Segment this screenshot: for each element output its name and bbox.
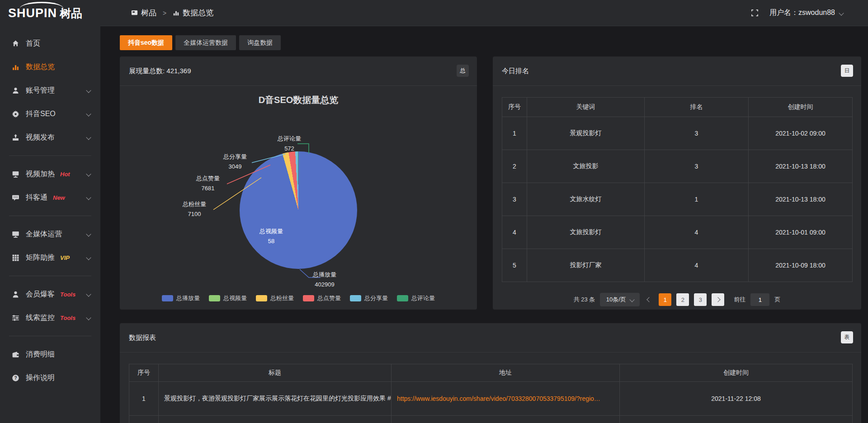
tab-media-operation-data[interactable]: 全媒体运营数据 (175, 35, 236, 50)
goto-page-input[interactable]: 1 (750, 293, 769, 306)
breadcrumb-root-label: 树品 (141, 8, 156, 18)
chat-icon (12, 194, 19, 202)
sidebar-item-data-overview[interactable]: 数据总览 (0, 55, 100, 79)
cell-url (392, 416, 620, 423)
tab-douyin-seo-data[interactable]: 抖音seo数据 (120, 35, 172, 50)
col-title: 标题 (159, 364, 392, 382)
sidebar-item-matrix-boost[interactable]: 矩阵助推 VIP (0, 246, 100, 269)
table-header-row: 序号 关键词 排名 创建时间 (502, 98, 853, 117)
bar-chart-icon (173, 9, 179, 16)
breadcrumb-root[interactable]: 树品 (131, 8, 156, 18)
cell-rank: 4 (645, 216, 749, 249)
legend-label: 总粉丝量 (270, 294, 294, 302)
chevron-down-icon (629, 297, 634, 302)
sidebar-item-home[interactable]: 首页 (0, 32, 100, 55)
sidebar-item-douyin-seo[interactable]: 抖音SEO (0, 102, 100, 126)
table-row: 5 投影灯厂家 4 2021-10-09 18:00 (502, 249, 853, 282)
sidebar-item-label: 数据总览 (26, 62, 55, 72)
cell-keyword: 景观投影灯 (527, 117, 645, 150)
pie-label-fans: 总粉丝量 7100 (163, 199, 226, 219)
page-button-3[interactable]: 3 (694, 293, 707, 306)
page-button-2[interactable]: 2 (676, 293, 689, 306)
cell-index: 1 (502, 117, 527, 150)
cell-rank: 3 (645, 117, 749, 150)
pie-label-name: 总评论量 (258, 134, 321, 144)
tab-inquiry-data[interactable]: 询盘数据 (239, 35, 281, 50)
cell-url: https://www.iesdouyin.com/share/video/70… (392, 382, 620, 416)
legend-item-plays[interactable]: 总播放量 (162, 294, 200, 302)
total-view-button[interactable]: 总 (457, 65, 469, 77)
user-menu[interactable]: 用户名：zswodun88 (769, 8, 843, 18)
breadcrumb-current[interactable]: 数据总览 (173, 8, 213, 18)
pie-label-value: 58 (240, 236, 303, 246)
pie-label-value: 3049 (203, 162, 267, 172)
sidebar: SHUPIN 树品 首页 数据总览 账号管理 抖音SEO 视频发布 (0, 0, 100, 423)
video-link[interactable]: https://www.iesdouyin.com/share/video/70… (397, 395, 600, 402)
sidebar-menu: 首页 数据总览 账号管理 抖音SEO 视频发布 视频加热 Hot (0, 26, 100, 390)
app-logo[interactable]: SHUPIN 树品 (0, 0, 100, 26)
menu-divider (9, 155, 91, 156)
breadcrumb-current-label: 数据总览 (183, 8, 213, 18)
sidebar-item-media-operation[interactable]: 全媒体运营 (0, 222, 100, 246)
next-page-button[interactable] (712, 293, 724, 306)
legend-swatch (350, 295, 361, 301)
table-view-button[interactable]: 表 (841, 331, 853, 343)
pie-label-value: 7681 (176, 183, 240, 193)
sidebar-item-member-baoke[interactable]: 会员爆客 Tools (0, 282, 100, 306)
col-created: 创建时间 (749, 98, 853, 117)
legend-label: 总视频量 (223, 294, 247, 302)
overview-card: 展现量总数: 421,369 总 D音SEO数据量总览 总评论量 572 总分享… (120, 56, 477, 310)
prev-page-button[interactable] (645, 293, 654, 306)
cell-title (159, 416, 392, 423)
legend-swatch (256, 295, 267, 301)
cell-created (620, 416, 853, 423)
bar-chart-icon (12, 63, 19, 71)
chevron-down-icon (86, 231, 91, 236)
sidebar-item-lead-monitor[interactable]: 线索监控 Tools (0, 306, 100, 329)
report-card: 数据报表 表 序号 标题 地址 创建时间 1 景观投影灯，夜游景观投影灯厂家展示… (120, 323, 861, 423)
legend-item-comments[interactable]: 总评论量 (397, 294, 435, 302)
member-icon (12, 291, 19, 298)
main-content: 抖音seo数据 全媒体运营数据 询盘数据 展现量总数: 421,369 总 D音… (100, 26, 868, 423)
goto-unit: 页 (774, 296, 780, 304)
page-button-1[interactable]: 1 (659, 293, 671, 306)
legend-item-videos[interactable]: 总视频量 (209, 294, 247, 302)
cell-created: 2021-10-13 18:00 (749, 183, 853, 216)
report-card-header: 数据报表 表 (120, 323, 861, 352)
legend-item-fans[interactable]: 总粉丝量 (256, 294, 294, 302)
pie-label-likes: 总点赞量 7681 (176, 174, 240, 193)
col-rank: 排名 (645, 98, 749, 117)
cell-keyword: 文旅投影 (527, 150, 645, 183)
legend-swatch (303, 295, 314, 301)
sidebar-item-douketong[interactable]: 抖客通 New (0, 186, 100, 209)
gear-icon (12, 110, 19, 118)
cell-keyword: 投影灯厂家 (527, 249, 645, 282)
sidebar-item-label: 抖客通 (26, 193, 47, 202)
logo-arc-decoration (20, 2, 63, 15)
chart-legend: 总播放量 总视频量 总粉丝量 总点赞量 总分享量 总评论量 (120, 294, 477, 302)
legend-item-likes[interactable]: 总点赞量 (303, 294, 341, 302)
pie-label-shares: 总分享量 3049 (203, 152, 267, 172)
tools-badge: Tools (60, 315, 75, 321)
sidebar-item-instructions[interactable]: ? 操作说明 (0, 366, 100, 390)
sidebar-item-label: 会员爆客 (26, 290, 55, 299)
cell-keyword: 文旅水纹灯 (527, 183, 645, 216)
sidebar-item-video-heat[interactable]: 视频加热 Hot (0, 162, 100, 186)
cell-created: 2021-10-09 18:00 (749, 249, 853, 282)
sidebar-item-label: 抖音SEO (26, 109, 56, 119)
chevron-down-icon (86, 291, 91, 296)
sidebar-item-video-publish[interactable]: 视频发布 (0, 126, 100, 149)
col-created: 创建时间 (620, 364, 853, 382)
sidebar-item-account[interactable]: 账号管理 (0, 79, 100, 102)
page-size-select[interactable]: 10条/页 (600, 293, 640, 306)
cell-index: 4 (502, 216, 527, 249)
chevron-down-icon (86, 255, 91, 260)
fullscreen-icon[interactable] (751, 9, 759, 17)
sidebar-item-consumption-detail[interactable]: 消费明细 (0, 343, 100, 366)
wallet-icon (12, 351, 19, 358)
pagination: 共 23 条 10条/页 1 2 3 前往 1 页 (493, 293, 861, 306)
day-view-button[interactable]: 日 (841, 65, 853, 77)
legend-item-shares[interactable]: 总分享量 (350, 294, 388, 302)
chevron-down-icon (86, 111, 91, 116)
pie-label-name: 总视频量 (240, 226, 303, 236)
